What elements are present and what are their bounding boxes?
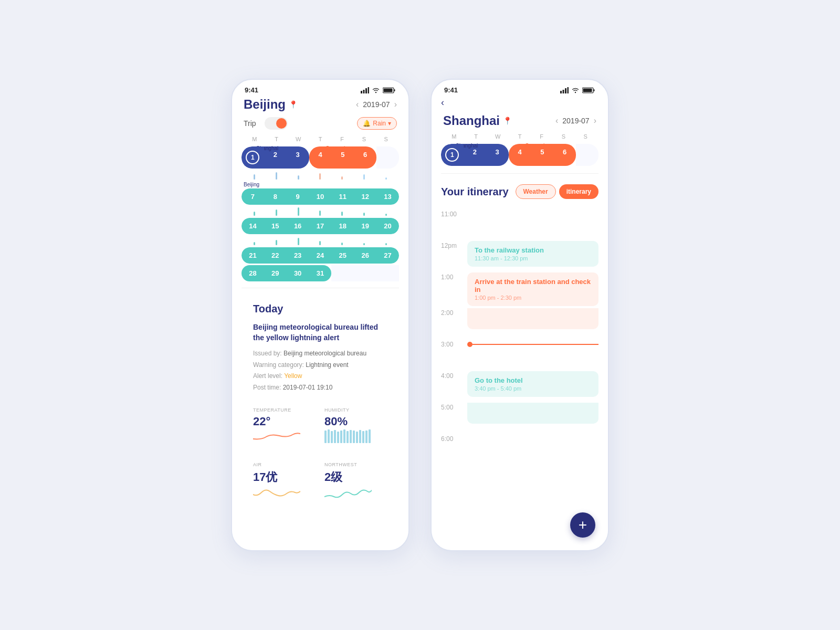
wifi-icon [372, 87, 380, 93]
cal-day-18[interactable]: 18 [331, 218, 354, 234]
svg-rect-2 [365, 88, 367, 93]
northwest-value: 2级 [324, 469, 387, 485]
cal-day-9[interactable]: 9 [287, 188, 309, 205]
prev-month-2[interactable]: ‹ [555, 116, 558, 125]
calendar-week5: 28 29 30 31 [242, 265, 399, 281]
cal-empty-3 [376, 265, 399, 281]
add-event-fab[interactable]: + [570, 512, 595, 538]
pin-icon-1: 📍 [289, 100, 298, 109]
cal-day-14[interactable]: 14 [242, 218, 264, 234]
status-icons-1 [361, 87, 396, 93]
p2-cal-day-1[interactable]: 1 [441, 144, 464, 166]
wifi-icon-2 [571, 87, 580, 93]
air-value: 17优 [253, 469, 316, 485]
event-card-1[interactable]: To the railway station 11:30 am - 12:30 … [467, 241, 598, 267]
today-section: Today Beijing meteorological bureau lift… [242, 295, 399, 513]
cal-day-30[interactable]: 30 [287, 265, 309, 281]
cal-day-20[interactable]: 20 [376, 218, 399, 234]
next-month-2[interactable]: › [594, 116, 596, 125]
month-nav-1: ‹ 2019-07 › [356, 100, 397, 109]
time-row-4: 4:00 Go to the hotel 3:40 pm - 5:40 pm [441, 371, 598, 403]
svg-rect-9 [328, 429, 330, 443]
cal-day-26[interactable]: 26 [354, 247, 376, 264]
timeline: 11:00 12pm To the railway station 11:30 … [441, 209, 598, 466]
status-time-2: 9:41 [444, 86, 458, 94]
weather-bars-1 [242, 170, 399, 180]
cal-day-15[interactable]: 15 [264, 218, 287, 234]
divider-2 [441, 173, 598, 174]
next-month-1[interactable]: › [394, 100, 397, 109]
time-row-12: 12pm To the railway station 11:30 am - 1… [441, 241, 598, 272]
wind-chart [324, 485, 372, 500]
svg-rect-12 [337, 432, 339, 443]
event3-title: Go to the hotel [475, 376, 591, 384]
svg-rect-21 [365, 430, 368, 443]
cal-day-31[interactable]: 31 [309, 265, 332, 281]
cal-day-17[interactable]: 17 [309, 218, 332, 234]
current-time-indicator [467, 342, 598, 347]
cal-empty-2 [354, 265, 376, 281]
temperature-card: TEMPERATURE 22° [253, 402, 316, 448]
svg-rect-14 [343, 429, 345, 443]
week4-container: 21 22 23 24 25 26 27 [242, 247, 399, 264]
cal-day-22[interactable]: 22 [264, 247, 287, 264]
cal-day-25[interactable]: 25 [331, 247, 354, 264]
cal-day-10[interactable]: 10 [309, 188, 332, 205]
cal-day-21[interactable]: 21 [242, 247, 264, 264]
cal-day-1[interactable]: 1 [242, 146, 264, 169]
cal-day-13[interactable]: 13 [376, 188, 399, 205]
weekdays-2: M T W T F S S [441, 133, 598, 140]
svg-rect-30 [583, 88, 592, 92]
back-button[interactable]: ‹ [441, 97, 444, 108]
city-name-2: Shanghai 📍 [443, 113, 512, 128]
cal-day-28[interactable]: 28 [242, 265, 264, 281]
itinerary-title: Your itinerary [441, 186, 509, 198]
p2-cal-day-6[interactable]: 6 [553, 144, 576, 166]
today-title: Today [253, 303, 387, 315]
time-row-5: 5:00 [441, 403, 598, 434]
cal-day-16[interactable]: 16 [287, 218, 309, 234]
event1-title: To the railway station [475, 246, 591, 254]
cal-day-23[interactable]: 23 [287, 247, 309, 264]
cal-day-8[interactable]: 8 [264, 188, 287, 205]
city-header-1: Beijing 📍 ‹ 2019-07 › [242, 97, 399, 112]
cal-day-12[interactable]: 12 [354, 188, 376, 205]
tab-group: Weather itinerary [516, 184, 599, 199]
beijing-label: Beijing [242, 182, 399, 187]
phone-beijing: 9:41 [231, 79, 410, 551]
svg-rect-7 [384, 88, 393, 92]
event-card-2[interactable]: Arrive at the train station and check in… [467, 272, 598, 306]
trip-row: Trip 🔔 Rain ▾ [242, 117, 399, 130]
svg-rect-18 [356, 432, 358, 443]
tab-itinerary[interactable]: itinerary [559, 184, 598, 199]
cal-day-3[interactable]: 3 [287, 146, 309, 169]
rain-badge[interactable]: 🔔 Rain ▾ [357, 117, 397, 130]
p2-cal-day-3[interactable]: 3 [486, 144, 509, 166]
tab-weather[interactable]: Weather [516, 184, 556, 199]
cal-day-27[interactable]: 27 [376, 247, 399, 264]
city-name-1: Beijing 📍 [244, 97, 298, 112]
cal-day-24[interactable]: 24 [309, 247, 332, 264]
event-card-3[interactable]: Go to the hotel 3:40 pm - 5:40 pm [467, 371, 598, 397]
svg-rect-6 [394, 89, 395, 91]
svg-rect-20 [362, 431, 364, 443]
event2-time: 1:00 pm - 2:30 pm [475, 295, 591, 301]
cal-day-11[interactable]: 11 [331, 188, 354, 205]
divider-1 [242, 288, 399, 288]
svg-rect-24 [563, 90, 564, 93]
svg-rect-15 [346, 431, 349, 443]
trip-toggle[interactable] [265, 117, 288, 130]
prev-month-1[interactable]: ‹ [356, 100, 359, 109]
cal-day-6[interactable]: 6 [354, 146, 376, 169]
rain-dropdown-icon: ▾ [388, 120, 391, 127]
cal-day-7[interactable]: 7 [242, 188, 264, 205]
event3-continuation [467, 403, 598, 424]
cal-day-29[interactable]: 29 [264, 265, 287, 281]
humidity-value: 80% [324, 415, 387, 428]
status-time-1: 9:41 [245, 86, 258, 94]
cal-day-19[interactable]: 19 [354, 218, 376, 234]
humidity-chart [324, 428, 372, 443]
month-nav-2: ‹ 2019-07 › [555, 116, 596, 125]
signal-icon-2 [560, 87, 569, 93]
city-header-2: Shanghai 📍 ‹ 2019-07 › [441, 113, 598, 128]
